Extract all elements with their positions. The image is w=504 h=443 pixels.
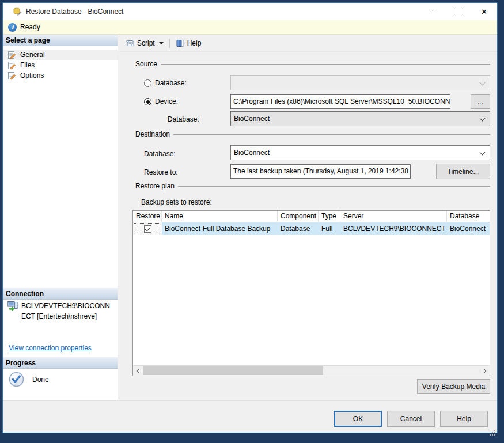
toolbar: Script Help	[118, 35, 497, 52]
cell-name: BioConnect-Full Database Backup	[162, 222, 278, 235]
column-header-database[interactable]: Database	[447, 211, 490, 222]
source-backup-database-label: Database:	[168, 115, 199, 123]
title-bar: Restore Database - BioConnect ✕	[3, 3, 497, 20]
scroll-right-arrow[interactable]	[480, 366, 490, 376]
timeline-button[interactable]: Timeline...	[436, 164, 490, 179]
database-restore-icon	[13, 7, 22, 16]
status-text: Ready	[20, 23, 40, 31]
chevron-left-icon	[137, 368, 141, 373]
source-backup-database-dropdown[interactable]: BioConnect	[230, 111, 490, 126]
window-title: Restore Database - BioConnect	[26, 7, 123, 16]
source-database-combobox[interactable]	[230, 75, 490, 90]
scroll-left-arrow[interactable]	[133, 366, 143, 376]
script-label: Script	[137, 39, 155, 47]
table-row[interactable]: BioConnect-Full Database Backup Database…	[133, 222, 490, 235]
chevron-down-icon	[480, 150, 486, 156]
script-button[interactable]: Script	[123, 37, 166, 50]
sidebar-item-label: General	[20, 51, 45, 59]
horizontal-scrollbar[interactable]	[133, 365, 490, 376]
browse-device-button[interactable]: ...	[471, 94, 490, 109]
toolbar-separator	[169, 39, 170, 48]
help-book-icon	[176, 39, 185, 48]
restore-to-label: Restore to:	[144, 168, 178, 176]
backup-sets-grid: Restore Name Component Type Server Datab…	[132, 210, 490, 376]
cell-database: BioConnect	[447, 222, 490, 235]
cell-type: Full	[319, 222, 340, 235]
script-scroll-icon	[126, 39, 135, 48]
cancel-button[interactable]: Cancel	[387, 411, 435, 427]
connection-server-text: BCLVDEVTECH9\BIOCONNECT [Entertech\nshre…	[21, 301, 114, 321]
source-database-radio-label: Database:	[155, 79, 187, 87]
help-toolbar-label: Help	[187, 39, 202, 47]
source-database-radio[interactable]	[144, 79, 151, 87]
destination-database-label: Database:	[144, 150, 176, 158]
sidebar: Select a page General Files Options Conn…	[3, 35, 118, 400]
ok-button[interactable]: OK	[334, 411, 382, 427]
page-icon	[7, 60, 17, 70]
destination-database-combobox[interactable]: BioConnect	[230, 145, 490, 160]
verify-backup-media-button[interactable]: Verify Backup Media	[417, 379, 490, 394]
maximize-icon	[456, 9, 461, 14]
cell-component: Database	[278, 222, 319, 235]
source-backup-database-value: BioConnect	[234, 115, 270, 123]
close-icon: ✕	[481, 8, 487, 16]
content-panel: Script Help Source Database:	[118, 35, 497, 400]
check-circle-icon	[9, 372, 24, 387]
sidebar-item-files[interactable]: Files	[3, 60, 118, 70]
minimize-button[interactable]	[419, 3, 445, 20]
page-icon	[7, 71, 17, 80]
scrollbar-thumb[interactable]	[143, 366, 323, 375]
view-connection-properties-link[interactable]: View connection properties	[9, 344, 92, 352]
connection-info: BCLVDEVTECH9\BIOCONNECT [Entertech\nshre…	[7, 301, 114, 321]
chevron-down-icon	[480, 80, 486, 86]
column-header-server[interactable]: Server	[340, 211, 447, 222]
source-device-radio[interactable]	[144, 98, 151, 105]
restore-checkbox-cell[interactable]	[133, 222, 162, 235]
sidebar-item-label: Files	[20, 61, 35, 69]
restore-checkbox[interactable]	[144, 225, 151, 233]
sidebar-item-general[interactable]: General	[3, 50, 118, 60]
help-toolbar-button[interactable]: Help	[173, 37, 204, 50]
progress-header: Progress	[3, 357, 118, 369]
sidebar-item-label: Options	[20, 71, 44, 79]
status-bar: i Ready	[3, 20, 497, 35]
progress-status: Done	[9, 372, 49, 387]
progress-status-text: Done	[32, 376, 49, 384]
chevron-down-icon	[159, 42, 164, 44]
connection-header: Connection	[3, 288, 118, 300]
maximize-button[interactable]	[445, 3, 471, 20]
server-connection-icon	[7, 301, 18, 311]
column-header-type[interactable]: Type	[319, 211, 340, 222]
chevron-right-icon	[482, 368, 486, 373]
chevron-down-icon	[480, 116, 486, 122]
source-device-radio-label: Device:	[155, 97, 178, 105]
close-button[interactable]: ✕	[471, 3, 497, 20]
backup-sets-label: Backup sets to restore:	[141, 198, 212, 206]
column-header-restore[interactable]: Restore	[133, 211, 162, 222]
restore-to-field[interactable]: The last backup taken (Thursday, August …	[230, 164, 411, 179]
minimize-icon	[429, 12, 435, 12]
grid-empty-area	[133, 235, 490, 365]
cell-server: BCLVDEVTECH9\BIOCONNECT	[340, 222, 447, 235]
help-button[interactable]: Help	[440, 411, 488, 427]
sidebar-item-options[interactable]: Options	[3, 70, 118, 81]
restore-database-dialog: Restore Database - BioConnect ✕ i Ready …	[2, 2, 498, 433]
source-group-caption: Source	[135, 60, 490, 68]
resize-grip[interactable]	[494, 430, 495, 431]
column-header-name[interactable]: Name	[162, 211, 278, 222]
page-icon	[7, 50, 17, 59]
restore-plan-group-caption: Restore plan	[135, 182, 490, 190]
destination-database-value: BioConnect	[234, 149, 270, 157]
column-header-component[interactable]: Component	[278, 211, 319, 222]
info-icon: i	[8, 23, 17, 32]
device-path-field[interactable]: C:\Program Files (x86)\Microsoft SQL Ser…	[230, 94, 450, 109]
footer-bar: OK Cancel Help	[3, 400, 497, 433]
page-list: General Files Options	[3, 50, 118, 81]
destination-group-caption: Destination	[135, 130, 490, 138]
grid-header: Restore Name Component Type Server Datab…	[133, 211, 490, 222]
select-a-page-header: Select a page	[3, 35, 118, 46]
